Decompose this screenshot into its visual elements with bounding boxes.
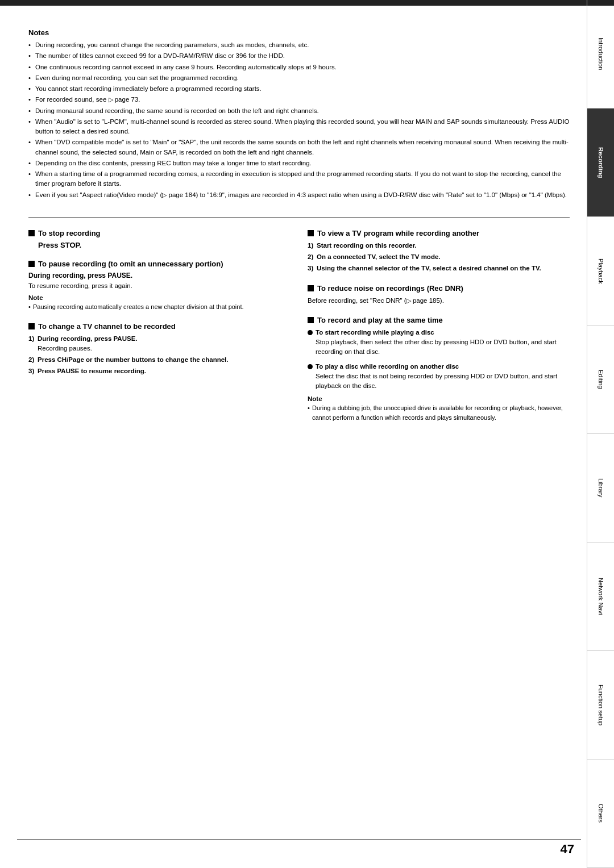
right-column: To view a TV program while recording ano… (308, 229, 570, 433)
record-play-heading: To record and play at the same time (308, 316, 570, 324)
record-play-note-text: During a dubbing job, the unoccupied dri… (308, 403, 570, 422)
note-item-6: For recorded sound, see ▷ page 73. (28, 95, 570, 105)
square-icon-6 (308, 317, 314, 323)
sidebar-tab-recording[interactable]: Recording (587, 108, 614, 217)
bullet-dot-1 (308, 330, 313, 335)
change-channel-section: To change a TV channel to be recorded 1)… (28, 322, 291, 377)
view-tv-heading: To view a TV program while recording ano… (308, 229, 570, 237)
square-icon-5 (308, 285, 314, 291)
view-step-3: 3) Using the channel selector of the TV,… (308, 264, 570, 273)
notes-section: Notes During recording, you cannot chang… (28, 28, 570, 200)
note-item-4: Even during normal recording, you can se… (28, 73, 570, 83)
stop-recording-section: To stop recording Press STOP. (28, 229, 291, 249)
note-item-3: One continuous recording cannot exceed i… (28, 62, 570, 72)
step-2: 2) Press CH/Page or the number buttons t… (28, 355, 291, 365)
bullet-2-text: Select the disc that is not being record… (316, 373, 557, 389)
square-icon-4 (308, 230, 314, 236)
bullet-2-label: To play a disc while recording on anothe… (316, 363, 459, 370)
note-item-11: When a starting time of a programmed rec… (28, 169, 570, 189)
notes-title: Notes (28, 28, 570, 37)
resume-text: To resume recording, press it again. (28, 281, 291, 291)
left-column: To stop recording Press STOP. To pause r… (28, 229, 291, 433)
bullet-1-label: To start recording while playing a disc (316, 329, 434, 336)
sidebar-tab-function-setup[interactable]: Function setup (587, 651, 614, 760)
sidebar-tab-network-navi[interactable]: Network Navi (587, 542, 614, 651)
square-icon-2 (28, 261, 35, 267)
pause-note-label: Note (28, 294, 291, 301)
sidebar-tab-playback[interactable]: Playback (587, 217, 614, 326)
note-item-2: The number of titles cannot exceed 99 fo… (28, 51, 570, 61)
note-item-9: When "DVD compatible mode" is set to "Ma… (28, 137, 570, 157)
bullet-item-1: To start recording while playing a disc … (308, 328, 570, 357)
step-3: 3) Press PAUSE to resume recording. (28, 366, 291, 376)
reduce-noise-section: To reduce noise on recordings (Rec DNR) … (308, 284, 570, 306)
press-stop-label: Press STOP. (38, 241, 291, 249)
reduce-noise-heading: To reduce noise on recordings (Rec DNR) (308, 284, 570, 293)
note-item-7: During monaural sound recording, the sam… (28, 106, 570, 116)
pause-subheading: During recording, press PAUSE. (28, 272, 291, 279)
divider-line (28, 217, 570, 218)
pause-recording-section: To pause recording (to omit an unnecessa… (28, 260, 291, 312)
sidebar-tab-editing[interactable]: Editing (587, 326, 614, 434)
note-item-8: When "Audio" is set to "L-PCM", multi-ch… (28, 117, 570, 137)
reduce-noise-text: Before recording, set "Rec DNR" (▷ page … (308, 296, 570, 306)
pause-recording-heading: To pause recording (to omit an unnecessa… (28, 260, 291, 268)
sidebar-tab-introduction[interactable]: Introduction (587, 0, 614, 108)
step-1: 1) During recording, press PAUSE. Record… (28, 334, 291, 354)
record-play-note-label: Note (308, 395, 570, 402)
stop-recording-heading: To stop recording (28, 229, 291, 237)
note-item-12: Even if you set "Aspect ratio(Video mode… (28, 190, 570, 200)
right-sidebar: Introduction Recording Playback Editing … (587, 0, 614, 868)
view-tv-section: To view a TV program while recording ano… (308, 229, 570, 274)
bullet-item-2: To play a disc while recording on anothe… (308, 362, 570, 391)
bullet-1-text: Stop playback, then select the other dis… (316, 339, 557, 355)
page-number: 47 (561, 842, 574, 857)
pause-note-text: Pausing recording automatically creates … (28, 302, 291, 312)
note-item-10: Depending on the disc contents, pressing… (28, 158, 570, 168)
footer-line (17, 839, 581, 840)
notes-list: During recording, you cannot change the … (28, 40, 570, 200)
square-icon-3 (28, 323, 35, 329)
view-tv-steps: 1) Start recording on this recorder. 2) … (308, 241, 570, 274)
record-play-section: To record and play at the same time To s… (308, 316, 570, 423)
change-channel-steps: 1) During recording, press PAUSE. Record… (28, 334, 291, 377)
bullet-dot-2 (308, 364, 313, 369)
top-bar (0, 0, 614, 6)
main-content: Notes During recording, you cannot chang… (17, 6, 581, 845)
sidebar-tab-library[interactable]: Library (587, 434, 614, 542)
view-step-1: 1) Start recording on this recorder. (308, 241, 570, 251)
sidebar-tab-others[interactable]: Others (587, 760, 614, 868)
view-step-2: 2) On a connected TV, select the TV mode… (308, 252, 570, 262)
note-item-1: During recording, you cannot change the … (28, 40, 570, 50)
two-column-layout: To stop recording Press STOP. To pause r… (28, 229, 570, 433)
change-channel-heading: To change a TV channel to be recorded (28, 322, 291, 331)
square-icon (28, 230, 35, 236)
note-item-5: You cannot start recording immediately b… (28, 84, 570, 94)
